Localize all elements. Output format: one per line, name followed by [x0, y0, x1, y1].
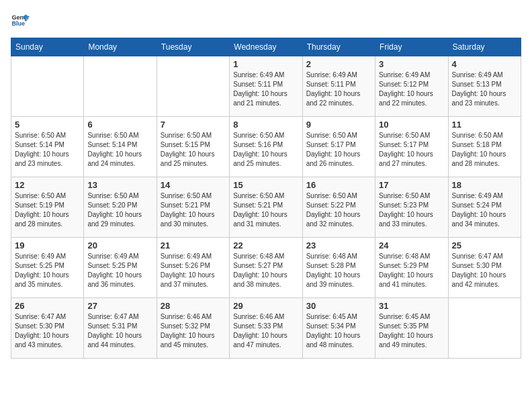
day-info: Sunrise: 6:50 AM Sunset: 5:22 PM Dayligh… [306, 191, 371, 229]
calendar-cell: 14Sunrise: 6:50 AM Sunset: 5:21 PM Dayli… [157, 177, 229, 238]
day-info: Sunrise: 6:49 AM Sunset: 5:13 PM Dayligh… [452, 71, 517, 108]
day-number: 23 [306, 240, 371, 250]
calendar-week-row: 26Sunrise: 6:47 AM Sunset: 5:30 PM Dayli… [11, 298, 521, 359]
day-info: Sunrise: 6:50 AM Sunset: 5:14 PM Dayligh… [87, 131, 152, 169]
calendar-cell: 11Sunrise: 6:50 AM Sunset: 5:18 PM Dayli… [448, 117, 521, 177]
calendar-cell: 3Sunrise: 6:49 AM Sunset: 5:12 PM Daylig… [375, 56, 448, 117]
day-info: Sunrise: 6:49 AM Sunset: 5:26 PM Dayligh… [161, 252, 226, 289]
calendar-cell [84, 56, 157, 117]
calendar-cell: 6Sunrise: 6:50 AM Sunset: 5:14 PM Daylig… [84, 117, 157, 177]
day-number: 6 [87, 120, 152, 130]
calendar-cell: 19Sunrise: 6:49 AM Sunset: 5:25 PM Dayli… [11, 238, 84, 298]
day-info: Sunrise: 6:49 AM Sunset: 5:11 PM Dayligh… [233, 71, 298, 108]
weekday-header: Saturday [448, 38, 521, 56]
calendar-week-row: 5Sunrise: 6:50 AM Sunset: 5:14 PM Daylig… [11, 117, 521, 177]
calendar-cell: 10Sunrise: 6:50 AM Sunset: 5:17 PM Dayli… [375, 117, 448, 177]
day-number: 26 [15, 301, 80, 311]
day-info: Sunrise: 6:49 AM Sunset: 5:25 PM Dayligh… [87, 252, 152, 289]
day-info: Sunrise: 6:46 AM Sunset: 5:33 PM Dayligh… [233, 312, 298, 350]
day-info: Sunrise: 6:45 AM Sunset: 5:34 PM Dayligh… [306, 312, 371, 350]
day-number: 7 [161, 120, 226, 130]
calendar-week-row: 1Sunrise: 6:49 AM Sunset: 5:11 PM Daylig… [11, 56, 521, 117]
day-number: 27 [87, 301, 152, 311]
calendar-cell: 5Sunrise: 6:50 AM Sunset: 5:14 PM Daylig… [11, 117, 84, 177]
calendar-cell: 8Sunrise: 6:50 AM Sunset: 5:16 PM Daylig… [230, 117, 302, 177]
day-number: 4 [452, 59, 517, 69]
day-info: Sunrise: 6:50 AM Sunset: 5:21 PM Dayligh… [161, 191, 226, 229]
day-info: Sunrise: 6:50 AM Sunset: 5:21 PM Dayligh… [233, 191, 298, 229]
calendar-cell: 21Sunrise: 6:49 AM Sunset: 5:26 PM Dayli… [157, 238, 229, 298]
day-number: 20 [87, 240, 152, 250]
calendar-cell [157, 56, 229, 117]
calendar-cell: 29Sunrise: 6:46 AM Sunset: 5:33 PM Dayli… [230, 298, 302, 359]
calendar-cell [11, 56, 84, 117]
calendar-cell: 27Sunrise: 6:47 AM Sunset: 5:31 PM Dayli… [84, 298, 157, 359]
day-info: Sunrise: 6:50 AM Sunset: 5:14 PM Dayligh… [15, 131, 80, 169]
weekday-header: Monday [84, 38, 157, 56]
day-number: 17 [379, 180, 444, 190]
day-number: 8 [233, 120, 298, 130]
day-number: 12 [15, 180, 80, 190]
calendar-cell: 24Sunrise: 6:48 AM Sunset: 5:29 PM Dayli… [375, 238, 448, 298]
weekday-header: Thursday [302, 38, 375, 56]
day-info: Sunrise: 6:49 AM Sunset: 5:24 PM Dayligh… [452, 191, 517, 229]
day-info: Sunrise: 6:45 AM Sunset: 5:35 PM Dayligh… [379, 312, 444, 350]
weekday-header: Sunday [11, 38, 84, 56]
day-number: 19 [15, 240, 80, 250]
logo-icon: General Blue [11, 11, 30, 30]
day-info: Sunrise: 6:48 AM Sunset: 5:29 PM Dayligh… [379, 252, 444, 289]
day-number: 16 [306, 180, 371, 190]
day-number: 22 [233, 240, 298, 250]
calendar-cell: 4Sunrise: 6:49 AM Sunset: 5:13 PM Daylig… [448, 56, 521, 117]
calendar-cell: 25Sunrise: 6:47 AM Sunset: 5:30 PM Dayli… [448, 238, 521, 298]
logo: General Blue [11, 11, 30, 30]
day-info: Sunrise: 6:49 AM Sunset: 5:12 PM Dayligh… [379, 71, 444, 108]
weekday-header: Wednesday [230, 38, 302, 56]
calendar-cell: 12Sunrise: 6:50 AM Sunset: 5:19 PM Dayli… [11, 177, 84, 238]
day-info: Sunrise: 6:46 AM Sunset: 5:32 PM Dayligh… [161, 312, 226, 350]
calendar-cell [448, 298, 521, 359]
calendar-week-row: 19Sunrise: 6:49 AM Sunset: 5:25 PM Dayli… [11, 238, 521, 298]
day-info: Sunrise: 6:49 AM Sunset: 5:25 PM Dayligh… [15, 252, 80, 289]
page-header: General Blue [11, 11, 521, 30]
calendar-cell: 7Sunrise: 6:50 AM Sunset: 5:15 PM Daylig… [157, 117, 229, 177]
day-info: Sunrise: 6:50 AM Sunset: 5:19 PM Dayligh… [15, 191, 80, 229]
day-info: Sunrise: 6:50 AM Sunset: 5:17 PM Dayligh… [379, 131, 444, 169]
day-number: 18 [452, 180, 517, 190]
day-info: Sunrise: 6:47 AM Sunset: 5:31 PM Dayligh… [87, 312, 152, 350]
day-number: 31 [379, 301, 444, 311]
calendar-header: SundayMondayTuesdayWednesdayThursdayFrid… [11, 38, 521, 56]
calendar-cell: 23Sunrise: 6:48 AM Sunset: 5:28 PM Dayli… [302, 238, 375, 298]
calendar-cell: 17Sunrise: 6:50 AM Sunset: 5:23 PM Dayli… [375, 177, 448, 238]
day-info: Sunrise: 6:50 AM Sunset: 5:20 PM Dayligh… [87, 191, 152, 229]
day-info: Sunrise: 6:50 AM Sunset: 5:16 PM Dayligh… [233, 131, 298, 169]
day-info: Sunrise: 6:47 AM Sunset: 5:30 PM Dayligh… [15, 312, 80, 350]
day-number: 21 [161, 240, 226, 250]
day-number: 2 [306, 59, 371, 69]
day-number: 3 [379, 59, 444, 69]
calendar-cell: 2Sunrise: 6:49 AM Sunset: 5:11 PM Daylig… [302, 56, 375, 117]
day-info: Sunrise: 6:50 AM Sunset: 5:23 PM Dayligh… [379, 191, 444, 229]
calendar-cell: 15Sunrise: 6:50 AM Sunset: 5:21 PM Dayli… [230, 177, 302, 238]
day-info: Sunrise: 6:48 AM Sunset: 5:28 PM Dayligh… [306, 252, 371, 289]
day-number: 10 [379, 120, 444, 130]
calendar-cell: 18Sunrise: 6:49 AM Sunset: 5:24 PM Dayli… [448, 177, 521, 238]
weekday-header: Tuesday [157, 38, 229, 56]
day-number: 29 [233, 301, 298, 311]
day-number: 9 [306, 120, 371, 130]
weekday-header: Friday [375, 38, 448, 56]
svg-text:Blue: Blue [11, 20, 25, 27]
calendar-cell: 9Sunrise: 6:50 AM Sunset: 5:17 PM Daylig… [302, 117, 375, 177]
calendar-cell: 31Sunrise: 6:45 AM Sunset: 5:35 PM Dayli… [375, 298, 448, 359]
day-number: 24 [379, 240, 444, 250]
calendar-week-row: 12Sunrise: 6:50 AM Sunset: 5:19 PM Dayli… [11, 177, 521, 238]
calendar-cell: 13Sunrise: 6:50 AM Sunset: 5:20 PM Dayli… [84, 177, 157, 238]
day-number: 25 [452, 240, 517, 250]
day-number: 15 [233, 180, 298, 190]
day-number: 30 [306, 301, 371, 311]
calendar-cell: 16Sunrise: 6:50 AM Sunset: 5:22 PM Dayli… [302, 177, 375, 238]
calendar-cell: 26Sunrise: 6:47 AM Sunset: 5:30 PM Dayli… [11, 298, 84, 359]
day-number: 1 [233, 59, 298, 69]
day-info: Sunrise: 6:50 AM Sunset: 5:17 PM Dayligh… [306, 131, 371, 169]
calendar-table: SundayMondayTuesdayWednesdayThursdayFrid… [11, 38, 521, 359]
